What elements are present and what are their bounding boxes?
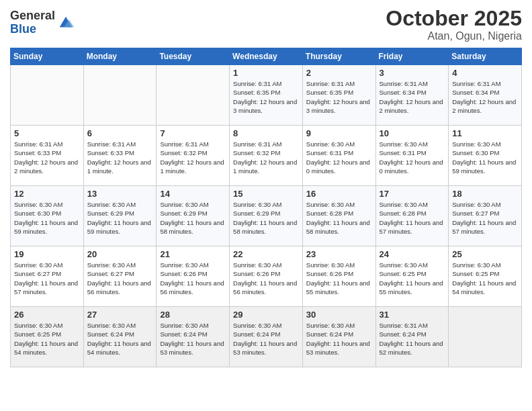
day-info: Sunrise: 6:30 AMSunset: 6:25 PMDaylight:… (452, 261, 518, 296)
calendar-cell (449, 307, 522, 367)
calendar-cell (11, 65, 84, 126)
logo: General Blue (10, 9, 75, 36)
weekday-header-thursday: Thursday (302, 48, 375, 65)
day-number: 2 (306, 68, 372, 78)
day-number: 12 (14, 189, 80, 199)
day-info: Sunrise: 6:30 AMSunset: 6:28 PMDaylight:… (306, 200, 372, 236)
calendar-table: SundayMondayTuesdayWednesdayThursdayFrid… (10, 48, 522, 367)
day-number: 11 (452, 128, 518, 138)
calendar-cell: 3Sunrise: 6:31 AMSunset: 6:34 PMDaylight… (375, 65, 449, 126)
day-number: 24 (380, 249, 445, 259)
day-number: 9 (306, 128, 372, 138)
calendar-cell: 12Sunrise: 6:30 AMSunset: 6:30 PMDayligh… (11, 186, 84, 246)
weekday-header-saturday: Saturday (449, 48, 522, 65)
day-number: 31 (380, 310, 445, 320)
day-info: Sunrise: 6:31 AMSunset: 6:33 PMDaylight:… (14, 140, 80, 175)
day-info: Sunrise: 6:30 AMSunset: 6:24 PMDaylight:… (87, 321, 153, 357)
weekday-header-friday: Friday (375, 48, 449, 65)
day-info: Sunrise: 6:30 AMSunset: 6:27 PMDaylight:… (452, 200, 518, 236)
day-number: 14 (160, 189, 226, 199)
day-number: 6 (87, 128, 153, 138)
day-number: 20 (87, 249, 153, 259)
day-number: 18 (452, 189, 518, 199)
calendar-cell: 2Sunrise: 6:31 AMSunset: 6:35 PMDaylight… (302, 65, 375, 126)
day-number: 13 (87, 189, 153, 199)
calendar-cell: 1Sunrise: 6:31 AMSunset: 6:35 PMDaylight… (230, 65, 303, 126)
calendar-cell: 23Sunrise: 6:30 AMSunset: 6:26 PMDayligh… (302, 246, 375, 307)
day-info: Sunrise: 6:30 AMSunset: 6:30 PMDaylight:… (452, 140, 518, 175)
calendar-cell: 24Sunrise: 6:30 AMSunset: 6:25 PMDayligh… (375, 246, 449, 307)
day-info: Sunrise: 6:31 AMSunset: 6:34 PMDaylight:… (380, 79, 445, 115)
day-number: 28 (160, 310, 226, 320)
day-info: Sunrise: 6:31 AMSunset: 6:35 PMDaylight:… (306, 79, 372, 115)
day-info: Sunrise: 6:31 AMSunset: 6:32 PMDaylight:… (233, 140, 299, 175)
calendar-cell: 11Sunrise: 6:30 AMSunset: 6:30 PMDayligh… (449, 126, 522, 186)
week-row-3: 12Sunrise: 6:30 AMSunset: 6:30 PMDayligh… (11, 186, 522, 246)
calendar-cell: 14Sunrise: 6:30 AMSunset: 6:29 PMDayligh… (157, 186, 230, 246)
day-number: 26 (14, 310, 80, 320)
calendar-cell: 27Sunrise: 6:30 AMSunset: 6:24 PMDayligh… (83, 307, 157, 367)
day-info: Sunrise: 6:30 AMSunset: 6:29 PMDaylight:… (160, 200, 226, 236)
day-info: Sunrise: 6:30 AMSunset: 6:25 PMDaylight:… (380, 261, 445, 296)
calendar-cell (157, 65, 230, 126)
calendar-title: October 2025 (386, 7, 522, 30)
day-number: 29 (233, 310, 299, 320)
calendar-cell: 18Sunrise: 6:30 AMSunset: 6:27 PMDayligh… (449, 186, 522, 246)
calendar-cell: 6Sunrise: 6:31 AMSunset: 6:33 PMDaylight… (83, 126, 157, 186)
week-row-1: 1Sunrise: 6:31 AMSunset: 6:35 PMDaylight… (11, 65, 522, 126)
day-number: 30 (306, 310, 372, 320)
calendar-cell: 21Sunrise: 6:30 AMSunset: 6:26 PMDayligh… (157, 246, 230, 307)
day-number: 21 (160, 249, 226, 259)
day-number: 15 (233, 189, 299, 199)
calendar-cell: 10Sunrise: 6:30 AMSunset: 6:31 PMDayligh… (375, 126, 449, 186)
title-block: October 2025 Atan, Ogun, Nigeria (386, 7, 522, 42)
weekday-header-wednesday: Wednesday (230, 48, 303, 65)
week-row-4: 19Sunrise: 6:30 AMSunset: 6:27 PMDayligh… (11, 246, 522, 307)
day-number: 1 (233, 68, 299, 78)
day-info: Sunrise: 6:31 AMSunset: 6:35 PMDaylight:… (233, 79, 299, 115)
calendar-cell: 25Sunrise: 6:30 AMSunset: 6:25 PMDayligh… (449, 246, 522, 307)
day-number: 3 (380, 68, 445, 78)
calendar-cell: 22Sunrise: 6:30 AMSunset: 6:26 PMDayligh… (230, 246, 303, 307)
day-info: Sunrise: 6:30 AMSunset: 6:26 PMDaylight:… (160, 261, 226, 296)
day-info: Sunrise: 6:30 AMSunset: 6:29 PMDaylight:… (233, 200, 299, 236)
calendar-cell: 16Sunrise: 6:30 AMSunset: 6:28 PMDayligh… (302, 186, 375, 246)
weekday-header-row: SundayMondayTuesdayWednesdayThursdayFrid… (11, 48, 522, 65)
day-info: Sunrise: 6:31 AMSunset: 6:32 PMDaylight:… (160, 140, 226, 175)
day-info: Sunrise: 6:30 AMSunset: 6:30 PMDaylight:… (14, 200, 80, 236)
day-info: Sunrise: 6:30 AMSunset: 6:29 PMDaylight:… (87, 200, 153, 236)
weekday-header-monday: Monday (83, 48, 157, 65)
weekday-header-tuesday: Tuesday (157, 48, 230, 65)
calendar-cell: 17Sunrise: 6:30 AMSunset: 6:28 PMDayligh… (375, 186, 449, 246)
calendar-cell: 5Sunrise: 6:31 AMSunset: 6:33 PMDaylight… (11, 126, 84, 186)
calendar-cell: 30Sunrise: 6:30 AMSunset: 6:24 PMDayligh… (302, 307, 375, 367)
day-number: 23 (306, 249, 372, 259)
calendar-cell (83, 65, 157, 126)
day-number: 8 (233, 128, 299, 138)
logo-icon (56, 13, 75, 32)
day-number: 22 (233, 249, 299, 259)
weekday-header-sunday: Sunday (11, 48, 84, 65)
day-number: 7 (160, 128, 226, 138)
calendar-subtitle: Atan, Ogun, Nigeria (386, 30, 522, 42)
calendar-cell: 31Sunrise: 6:31 AMSunset: 6:24 PMDayligh… (375, 307, 449, 367)
day-number: 17 (380, 189, 445, 199)
calendar-cell: 28Sunrise: 6:30 AMSunset: 6:24 PMDayligh… (157, 307, 230, 367)
calendar-cell: 26Sunrise: 6:30 AMSunset: 6:25 PMDayligh… (11, 307, 84, 367)
day-info: Sunrise: 6:30 AMSunset: 6:24 PMDaylight:… (306, 321, 372, 357)
day-info: Sunrise: 6:31 AMSunset: 6:24 PMDaylight:… (380, 321, 445, 357)
day-info: Sunrise: 6:30 AMSunset: 6:28 PMDaylight:… (380, 200, 445, 236)
day-number: 27 (87, 310, 153, 320)
week-row-5: 26Sunrise: 6:30 AMSunset: 6:25 PMDayligh… (11, 307, 522, 367)
day-info: Sunrise: 6:30 AMSunset: 6:26 PMDaylight:… (233, 261, 299, 296)
day-number: 5 (14, 128, 80, 138)
calendar-cell: 4Sunrise: 6:31 AMSunset: 6:34 PMDaylight… (449, 65, 522, 126)
logo-blue: Blue (10, 22, 36, 36)
day-number: 16 (306, 189, 372, 199)
calendar-cell: 29Sunrise: 6:30 AMSunset: 6:24 PMDayligh… (230, 307, 303, 367)
day-info: Sunrise: 6:31 AMSunset: 6:34 PMDaylight:… (452, 79, 518, 115)
day-number: 25 (452, 249, 518, 259)
day-number: 19 (14, 249, 80, 259)
day-info: Sunrise: 6:30 AMSunset: 6:27 PMDaylight:… (87, 261, 153, 296)
calendar-cell: 13Sunrise: 6:30 AMSunset: 6:29 PMDayligh… (83, 186, 157, 246)
